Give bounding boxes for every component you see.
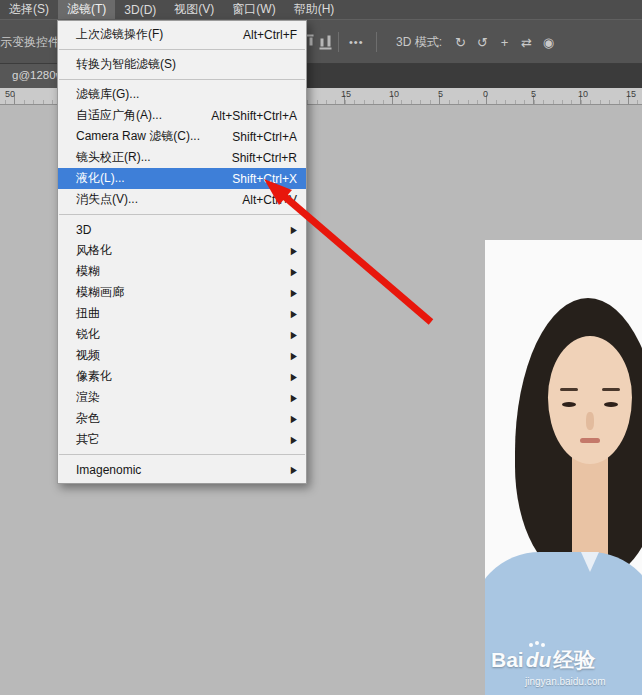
menu-item-render[interactable]: 渲染 ▶ [58,387,306,408]
toolbar-divider [338,32,339,52]
menu-item-stylize[interactable]: 风格化 ▶ [58,240,306,261]
ruler-tick-label: 5 [438,89,443,99]
menu-item-label: 风格化 [76,242,112,259]
show-transform-controls-label: 示变换控件 [0,33,60,50]
person-eye [604,402,618,407]
menu-item-shortcut: Shift+Ctrl+R [232,151,297,165]
menu-item-shortcut: Alt+Ctrl+V [242,193,297,207]
menu-item-label: Camera Raw 滤镜(C)... [76,128,200,145]
baidu-paw-icon: du [526,648,552,671]
submenu-arrow-icon: ▶ [291,287,297,298]
watermark-url: jingyan.baidu.com [525,676,606,687]
menu-item-label: Imagenomic [76,463,141,477]
person-nose [586,412,594,430]
submenu-arrow-icon: ▶ [291,371,297,382]
menubar-item-filter[interactable]: 滤镜(T) [58,0,115,19]
menu-item-label: 上次滤镜操作(F) [76,26,163,43]
pan-3d-icon[interactable]: + [496,33,513,50]
menubar-item-window[interactable]: 窗口(W) [223,0,284,19]
submenu-arrow-icon: ▶ [291,464,297,475]
orbit-3d-icon[interactable]: ↻ [452,33,469,50]
ruler-tick-label: 5 [531,89,536,99]
menu-item-label: 自适应广角(A)... [76,107,162,124]
person-eye [562,402,576,407]
menubar-item-label: 窗口(W) [232,1,275,18]
menu-separator [59,79,305,80]
menu-item-label: 转换为智能滤镜(S) [76,56,176,73]
submenu-arrow-icon: ▶ [291,329,297,340]
slide-3d-icon[interactable]: ⇄ [518,33,535,50]
menu-item-label: 滤镜库(G)... [76,86,139,103]
ruler-tick-label: 10 [389,89,399,99]
photo-document: Baidu经验 jingyan.baidu.com [485,240,642,695]
menu-item-label: 液化(L)... [76,170,125,187]
menu-item-label: 模糊 [76,263,100,280]
menu-item-shortcut: Shift+Ctrl+X [232,172,297,186]
menu-item-imagenomic[interactable]: Imagenomic ▶ [58,459,306,480]
menu-item-blur[interactable]: 模糊 ▶ [58,261,306,282]
watermark-brand-prefix: Bai [491,648,524,671]
menu-item-vanishing-point[interactable]: 消失点(V)... Alt+Ctrl+V [58,189,306,210]
menubar-item-label: 3D(D) [124,3,156,17]
menu-item-shortcut: Alt+Ctrl+F [243,28,297,42]
menubar-item-3d[interactable]: 3D(D) [115,0,165,19]
menu-item-label: 镜头校正(R)... [76,149,151,166]
ruler-tick-label: 10 [578,89,588,99]
camera-3d-icon[interactable]: ◉ [540,33,557,50]
menu-item-other[interactable]: 其它 ▶ [58,429,306,450]
menubar-item-view[interactable]: 视图(V) [165,0,223,19]
roll-3d-icon[interactable]: ↺ [474,33,491,50]
menu-item-liquify[interactable]: 液化(L)... Shift+Ctrl+X [58,168,306,189]
submenu-arrow-icon: ▶ [291,413,297,424]
menu-item-sharpen[interactable]: 锐化 ▶ [58,324,306,345]
person-face [548,336,632,464]
menubar-item-label: 选择(S) [9,1,49,18]
watermark-brand-suffix: 经验 [553,648,595,671]
menubar-item-label: 视图(V) [174,1,214,18]
menu-separator [59,214,305,215]
menubar-item-select[interactable]: 选择(S) [0,0,58,19]
menu-item-blur-gallery[interactable]: 模糊画廊 ▶ [58,282,306,303]
more-options-button[interactable]: ••• [346,34,367,50]
submenu-arrow-icon: ▶ [291,350,297,361]
person-neck [572,452,608,560]
menu-item-label: 锐化 [76,326,100,343]
submenu-arrow-icon: ▶ [291,266,297,277]
menu-item-label: 杂色 [76,410,100,427]
menu-item-label: 其它 [76,431,100,448]
menu-item-noise[interactable]: 杂色 ▶ [58,408,306,429]
menu-item-label: 消失点(V)... [76,191,138,208]
3d-mode-label: 3D 模式: [396,33,442,50]
ruler-tick-label: 50 [5,89,15,99]
menu-item-label: 3D [76,223,91,237]
menu-bar: 选择(S) 滤镜(T) 3D(D) 视图(V) 窗口(W) 帮助(H) [0,0,642,19]
watermark-brand: Baidu经验 [491,646,606,674]
menubar-item-label: 滤镜(T) [67,1,106,18]
menu-item-shortcut: Alt+Shift+Ctrl+A [211,109,297,123]
menu-item-adaptive-wide-angle[interactable]: 自适应广角(A)... Alt+Shift+Ctrl+A [58,105,306,126]
menubar-item-help[interactable]: 帮助(H) [285,0,344,19]
person-eyebrow [602,388,620,391]
submenu-arrow-icon: ▶ [291,308,297,319]
menu-item-filter-gallery[interactable]: 滤镜库(G)... [58,84,306,105]
align-bottom-icon[interactable] [320,34,332,49]
menu-item-lens-correction[interactable]: 镜头校正(R)... Shift+Ctrl+R [58,147,306,168]
menu-item-convert-smart-filters[interactable]: 转换为智能滤镜(S) [58,54,306,75]
menu-item-3d[interactable]: 3D ▶ [58,219,306,240]
menu-item-shortcut: Shift+Ctrl+A [232,130,297,144]
baidu-jingyan-watermark: Baidu经验 jingyan.baidu.com [491,646,606,687]
person-mouth [580,438,600,443]
submenu-arrow-icon: ▶ [291,245,297,256]
3d-mode-buttons-group: ↻ ↺ + ⇄ ◉ [452,33,557,50]
menu-item-distort[interactable]: 扭曲 ▶ [58,303,306,324]
menubar-item-label: 帮助(H) [294,1,335,18]
person-eyebrow [560,388,578,391]
menu-item-label: 像素化 [76,368,112,385]
menu-item-pixelate[interactable]: 像素化 ▶ [58,366,306,387]
menu-item-label: 扭曲 [76,305,100,322]
menu-item-video[interactable]: 视频 ▶ [58,345,306,366]
submenu-arrow-icon: ▶ [291,392,297,403]
ruler-tick-label: 15 [341,89,351,99]
menu-item-last-filter[interactable]: 上次滤镜操作(F) Alt+Ctrl+F [58,24,306,45]
menu-item-camera-raw[interactable]: Camera Raw 滤镜(C)... Shift+Ctrl+A [58,126,306,147]
